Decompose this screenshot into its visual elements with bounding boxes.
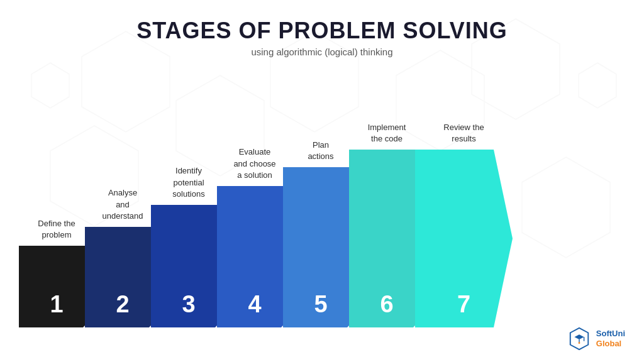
step-label-3: Identifypotentialsolutions xyxy=(151,165,226,200)
step-label-1: Define theproblem xyxy=(19,218,94,241)
svg-point-15 xyxy=(578,342,580,344)
main-title: STAGES OF PROBLEM SOLVING xyxy=(0,18,644,44)
step-block-1: 1 xyxy=(19,246,94,327)
svg-marker-9 xyxy=(579,63,616,108)
step-label-4: Evaluateand choosea solution xyxy=(217,146,292,181)
softuni-logo-icon xyxy=(567,327,591,351)
step-block-4: 4 xyxy=(217,186,292,327)
logo-text: SoftUni Global xyxy=(596,329,625,348)
step-number-7: 7 xyxy=(415,291,513,318)
step-number-1: 1 xyxy=(19,291,94,318)
page-header: STAGES OF PROBLEM SOLVING using algorith… xyxy=(0,0,644,57)
step-number-6: 6 xyxy=(349,291,425,318)
logo-name: SoftUni xyxy=(596,329,625,339)
step-number-4: 4 xyxy=(217,291,292,318)
logo: SoftUni Global xyxy=(567,327,625,351)
step-label-2: Analyseandunderstand xyxy=(85,187,160,222)
step-block-6: 6 xyxy=(349,150,425,327)
step-label-7: Review theresults xyxy=(415,122,513,145)
svg-marker-12 xyxy=(574,334,584,339)
subtitle: using algorithmic (logical) thinking xyxy=(0,47,644,57)
step-block-3: 3 xyxy=(151,205,226,327)
step-block-5: 5 xyxy=(283,167,358,327)
svg-marker-8 xyxy=(31,63,69,108)
step-label-6: Implementthe code xyxy=(349,122,425,145)
step-block-7: 7 xyxy=(415,150,513,327)
step-label-5: Planactions xyxy=(283,140,358,162)
step-number-5: 5 xyxy=(283,291,358,318)
logo-subname: Global xyxy=(596,339,625,349)
step-number-2: 2 xyxy=(85,291,160,318)
steps-area: Define theproblem1Analyseandunderstand2I… xyxy=(13,133,631,327)
step-block-2: 2 xyxy=(85,227,160,327)
step-number-3: 3 xyxy=(151,291,226,318)
